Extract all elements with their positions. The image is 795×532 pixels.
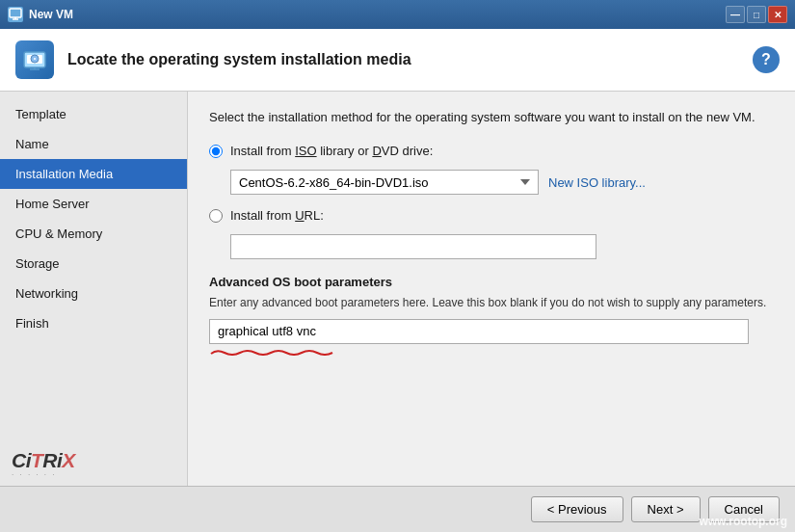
radio-group: Install from ISO library or DVD drive: C… xyxy=(209,144,774,259)
next-button[interactable]: Next > xyxy=(631,496,701,522)
advanced-title: Advanced OS boot parameters xyxy=(209,275,774,289)
window-controls: — □ ✕ xyxy=(726,6,787,23)
radio-url[interactable] xyxy=(209,209,223,223)
watermark: www.rootop.org xyxy=(699,515,787,528)
iso-select[interactable]: CentOS-6.2-x86_64-bin-DVD1.iso xyxy=(230,170,539,195)
header-icon xyxy=(15,40,54,79)
sidebar-item-template[interactable]: Template xyxy=(0,99,187,129)
citrix-logo-area: CiTRiX · · · · · · xyxy=(12,449,75,479)
radio-iso-label[interactable]: Install from ISO library or DVD drive: xyxy=(230,144,433,158)
advanced-input[interactable] xyxy=(209,319,749,344)
sidebar-item-finish[interactable]: Finish xyxy=(0,308,187,338)
sidebar-item-name[interactable]: Name xyxy=(0,129,187,159)
previous-button[interactable]: < Previous xyxy=(531,496,623,522)
advanced-description: Enter any advanced boot parameters here.… xyxy=(209,295,774,311)
instruction-text: Select the installation method for the o… xyxy=(209,109,774,126)
svg-point-8 xyxy=(34,58,36,60)
radio-url-label[interactable]: Install from URL: xyxy=(230,208,324,223)
title-bar: New VM — □ ✕ xyxy=(0,0,795,29)
citrix-logo: CiTRiX xyxy=(12,449,75,472)
url-input[interactable] xyxy=(230,234,596,259)
dialog-body: Template Name Installation Media Home Se… xyxy=(0,92,795,486)
dialog-header: Locate the operating system installation… xyxy=(0,29,795,92)
sidebar-item-storage[interactable]: Storage xyxy=(0,249,187,279)
radio-iso-option: Install from ISO library or DVD drive: xyxy=(209,144,774,158)
main-content: Select the installation method for the o… xyxy=(188,92,795,486)
sidebar-item-installation-media[interactable]: Installation Media xyxy=(0,159,187,189)
window-title: New VM xyxy=(29,8,726,21)
dialog: Locate the operating system installation… xyxy=(0,29,795,532)
svg-rect-0 xyxy=(10,9,21,17)
radio-url-option: Install from URL: xyxy=(209,208,774,223)
window-icon xyxy=(8,7,23,22)
dialog-footer: < Previous Next > Cancel xyxy=(0,486,795,532)
maximize-button[interactable]: □ xyxy=(747,6,766,23)
squiggle-underline xyxy=(209,348,334,356)
advanced-section: Advanced OS boot parameters Enter any ad… xyxy=(209,275,774,359)
sidebar: Template Name Installation Media Home Se… xyxy=(0,92,188,486)
sidebar-item-cpu-memory[interactable]: CPU & Memory xyxy=(0,219,187,249)
iso-row: CentOS-6.2-x86_64-bin-DVD1.iso New ISO l… xyxy=(230,170,774,195)
header-title: Locate the operating system installation… xyxy=(67,51,411,68)
sidebar-item-networking[interactable]: Networking xyxy=(0,279,187,308)
close-button[interactable]: ✕ xyxy=(768,6,787,23)
radio-iso[interactable] xyxy=(209,145,223,158)
new-iso-link[interactable]: New ISO library... xyxy=(548,175,646,190)
minimize-button[interactable]: — xyxy=(726,6,745,23)
url-row xyxy=(230,234,774,259)
header-left: Locate the operating system installation… xyxy=(15,40,411,79)
help-button[interactable]: ? xyxy=(753,46,780,73)
sidebar-item-home-server[interactable]: Home Server xyxy=(0,189,187,219)
